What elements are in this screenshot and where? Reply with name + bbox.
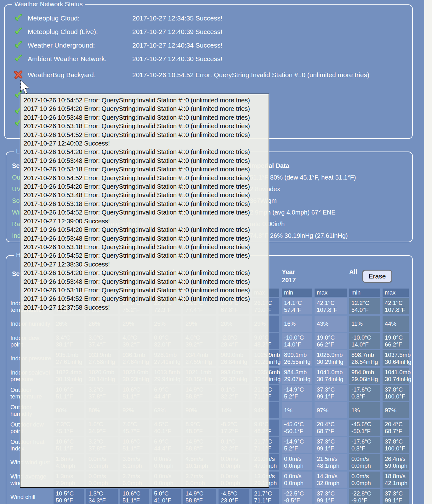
- hist-cell: 37.3°C 99.1°F: [383, 489, 409, 504]
- tooltip-log-line: 2017-10-26 10:53:18 Error: QueryString:I…: [24, 199, 265, 208]
- hist-cell: 20.4°C 68.7°F: [315, 420, 347, 436]
- status-row-label: Meteoplug Cloud (Live):: [28, 28, 98, 36]
- hist-cell: -10.0°C 14.0°F: [349, 333, 380, 349]
- status-error-x-icon[interactable]: [14, 70, 23, 79]
- tooltip-log-line: 2017-10-26 10:54:52 Error: QueryString:I…: [24, 130, 265, 139]
- hist-minmax-header: min: [282, 289, 312, 297]
- meteobridge-status-page: Weather Network Status Live Data Histori…: [0, 0, 432, 504]
- status-row-label: Weather Underground:: [28, 42, 95, 49]
- tooltip-log-line: 2017-10-27 12:40:02 Success!: [24, 139, 265, 147]
- hist-cell: 0.0m/s 0.0mph: [349, 454, 380, 470]
- tooltip-log-line: 2017-10-26 10:54:20 Error: QueryString:I…: [24, 104, 265, 113]
- tooltip-log-line: 2017-10-26 10:53:48 Error: QueryString:I…: [24, 113, 265, 122]
- hist-cell: 10.6°C 51.1°F: [120, 489, 149, 504]
- hist-cell: 0.0m/s 0.0mph: [282, 472, 312, 488]
- tooltip-log-line: 2017-10-26 10:53:48 Error: QueryString:I…: [24, 234, 265, 243]
- hist-cell: 37.3°C 99.1°F: [315, 385, 347, 401]
- hist-cell: 97%: [383, 402, 409, 418]
- hist-cell: -22.8°C -9.0°F: [349, 489, 380, 504]
- tooltip-log-line: 2017-10-26 10:53:48 Error: QueryString:I…: [24, 191, 265, 199]
- hist-cell: 42.1°C 107.8°F: [383, 298, 409, 314]
- hist-cell: 37.3°C 99.1°F: [315, 437, 347, 453]
- hist-cell: 20.4°C 68.7°F: [383, 420, 409, 436]
- status-ok-check-icon[interactable]: [14, 27, 23, 36]
- hist-cell: 19.0°C 66.2°F: [315, 333, 347, 349]
- hist-cell: 18.8m/s 42.1mph: [383, 472, 409, 488]
- tooltip-log-line: 2017-10-27 12:39:00 Success!: [24, 217, 265, 225]
- status-ok-check-icon[interactable]: [14, 54, 23, 63]
- hist-cell: 14.3m/s 32.0mph: [315, 472, 347, 488]
- tooltip-log-line: 2017-10-26 10:54:52 Error: QueryString:I…: [24, 294, 265, 303]
- tooltip-log-line: 2017-10-26 10:54:52 Error: QueryString:I…: [24, 208, 265, 216]
- hist-minmax-header: max: [315, 289, 347, 297]
- hist-cell: 984.0mb 29.06inHg: [349, 368, 380, 384]
- hist-cell: 11%: [349, 316, 380, 332]
- tooltip-log-line: 2017-10-26 10:54:20 Error: QueryString:I…: [24, 225, 265, 234]
- hist-minmax-header: max: [383, 289, 409, 297]
- hist-cell: 14.9°C 58.8°F: [183, 489, 216, 504]
- hist-cell: 5.0°C 41.0°F: [152, 489, 181, 504]
- hist-cell: -45.6°C -50.1°F: [349, 420, 380, 436]
- hist-cell: 10.5°C 50.9°F: [54, 489, 84, 504]
- tooltip-log-line: 2017-10-27 12:38:30 Success!: [24, 260, 265, 268]
- hist-cell: -17.6°C 0.3°F: [349, 385, 380, 401]
- tooltip-log-line: 2017-10-26 10:54:20 Error: QueryString:I…: [24, 147, 265, 156]
- hist-minmax-header: min: [349, 289, 380, 297]
- status-row-label: Meteoplug Cloud:: [28, 14, 80, 22]
- hist-cell: 16%: [282, 316, 312, 332]
- hist-cell: -22.5°C -8.5°F: [282, 489, 312, 504]
- hist-cell: 0.0m/s 0.0mph: [282, 454, 312, 470]
- hist-cell: 14.1°C 57.4°F: [282, 298, 312, 314]
- hist-cell: -45.6°C -50.1°F: [282, 420, 312, 436]
- hist-cell: 12.2°C 54.0°F: [349, 298, 380, 314]
- hist-cell: 19.0°C 66.2°F: [383, 333, 409, 349]
- hist-cell: 1%: [282, 402, 312, 418]
- hist-cell: 1037.5mb 30.64inHg: [383, 350, 409, 366]
- tooltip-log-line: 2017-10-26 10:54:52 Error: QueryString:I…: [24, 96, 265, 104]
- hist-cell: 21.7°C 71.1°F: [252, 489, 279, 504]
- tooltip-log-line: 2017-10-26 10:53:18 Error: QueryString:I…: [24, 286, 265, 294]
- hist-cell: 899.1mb 26.55inHg: [282, 350, 312, 366]
- hist-cell: 1025.9mb 30.29inHg: [315, 350, 347, 366]
- tooltip-log-line: 2017-10-26 10:54:20 Error: QueryString:I…: [24, 268, 265, 277]
- hist-cell: 1041.0mb 30.74inHg: [315, 368, 347, 384]
- tooltip-log-line: 2017-10-26 10:53:48 Error: QueryString:I…: [24, 156, 265, 165]
- tooltip-log-line: 2017-10-26 10:54:52 Error: QueryString:I…: [24, 251, 265, 260]
- hist-cell: 0.0m/s 0.0mph: [349, 472, 380, 488]
- hist-cell: 42.1°C 107.8°F: [315, 298, 347, 314]
- status-row-value: 2017-10-27 12:40:34 Success!: [132, 42, 222, 49]
- status-row-value: 2017-10-27 12:40:30 Success!: [132, 55, 222, 63]
- live-sensor-label: UV: [12, 186, 21, 193]
- status-ok-check-icon[interactable]: [14, 13, 23, 22]
- status-row-label: WeatherBug Backyard:: [28, 71, 96, 79]
- hist-cell: -10.0°C 14.0°F: [282, 333, 312, 349]
- hist-cell: 1%: [349, 402, 380, 418]
- hist-cell: 44%: [383, 316, 409, 332]
- hist-cell: 898.7mb 26.54inHg: [349, 350, 380, 366]
- hist-cell: -14.9°C 5.2°F: [282, 437, 312, 453]
- hist-cell: 21.5m/s 48.1mph: [315, 454, 347, 470]
- hist-cell: 37.3°C 99.1°F: [315, 489, 347, 504]
- status-row-value: 2017-10-26 10:54:52 Error: QueryString:I…: [132, 71, 400, 79]
- hist-cell: -17.6°C 0.3°F: [349, 437, 380, 453]
- hist-cell: 97%: [315, 402, 347, 418]
- tooltip-log-line: 2017-10-26 10:54:52 Error: QueryString:I…: [24, 174, 265, 182]
- hist-cell: 37.8°C 100.0°F: [383, 437, 409, 453]
- hist-cell: 1.3°C 34.3°F: [86, 489, 118, 504]
- hist-cell: 37.8°C 100.0°F: [383, 385, 409, 401]
- tooltip-log-line: 2017-10-26 10:53:18 Error: QueryString:I…: [24, 165, 265, 173]
- hist-column-group-header: Year 2017: [282, 268, 348, 284]
- status-row-label: Ambient Weather Network:: [28, 55, 107, 63]
- status-row-value: 2017-10-27 12:34:35 Success!: [132, 14, 222, 22]
- status-ok-check-icon[interactable]: [14, 40, 23, 49]
- hist-cell: -14.9°C 5.2°F: [282, 385, 312, 401]
- hist-cell: 26.4m/s 59.0mph: [383, 454, 409, 470]
- erase-button[interactable]: Erase: [362, 270, 392, 283]
- hist-cell: 43%: [315, 316, 347, 332]
- status-row-value: 2017-10-27 12:40:39 Success!: [132, 28, 222, 36]
- tooltip-log-line: 2017-10-26 10:53:18 Error: QueryString:I…: [24, 122, 265, 130]
- hist-cell: 1041.0mb 30.74inHg: [383, 368, 409, 384]
- error-history-tooltip: 2017-10-26 10:54:52 Error: QueryString:I…: [20, 94, 269, 488]
- hist-cell: -4.5°C 23.0°F: [219, 489, 249, 504]
- hist-row-label: Wind chill: [10, 489, 53, 504]
